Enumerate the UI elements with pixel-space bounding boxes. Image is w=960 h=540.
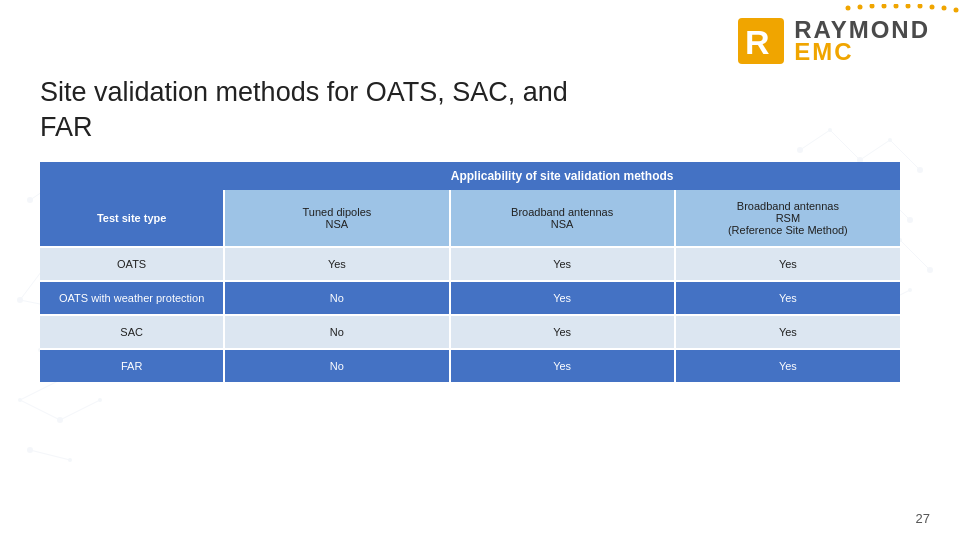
row-m3: Yes <box>675 247 900 281</box>
col-method1-header: Tuned dipoles NSA <box>224 190 449 247</box>
svg-point-13 <box>68 458 72 462</box>
row-m2: Yes <box>450 349 675 382</box>
table-row: SAC No Yes Yes <box>40 315 900 349</box>
col-method3-header: Broadband antennas RSM (Reference Site M… <box>675 190 900 247</box>
row-m1: No <box>224 315 449 349</box>
table-row: OATS Yes Yes Yes <box>40 247 900 281</box>
row-site-label: FAR <box>40 349 224 382</box>
svg-point-12 <box>27 447 33 453</box>
col-method2-header: Broadband antennas NSA <box>450 190 675 247</box>
svg-line-22 <box>20 400 60 420</box>
validation-table: Applicability of site validation methods… <box>40 162 900 382</box>
row-site-label: OATS <box>40 247 224 281</box>
row-site-label: OATS with weather protection <box>40 281 224 315</box>
table-row: OATS with weather protection No Yes Yes <box>40 281 900 315</box>
row-m2: Yes <box>450 281 675 315</box>
row-m3: Yes <box>675 315 900 349</box>
row-m2: Yes <box>450 315 675 349</box>
row-m1: No <box>224 281 449 315</box>
header-applicability: Applicability of site validation methods <box>224 162 900 190</box>
svg-point-10 <box>57 417 63 423</box>
row-m3: Yes <box>675 281 900 315</box>
svg-line-23 <box>60 400 100 420</box>
col-test-site-header: Test site type <box>40 190 224 247</box>
row-site-label: SAC <box>40 315 224 349</box>
page-title: Site validation methods for OATS, SAC, a… <box>40 75 920 144</box>
row-m3: Yes <box>675 349 900 382</box>
row-m1: Yes <box>224 247 449 281</box>
svg-line-24 <box>30 450 70 460</box>
row-m2: Yes <box>450 247 675 281</box>
page-number: 27 <box>916 511 930 526</box>
table-row: FAR No Yes Yes <box>40 349 900 382</box>
row-m1: No <box>224 349 449 382</box>
